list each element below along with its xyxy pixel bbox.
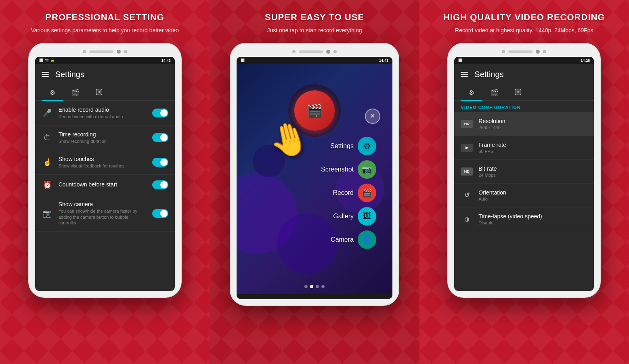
mic-icon: 🎤 xyxy=(42,109,53,117)
video-config-label: VIDEO CONFIGURATION xyxy=(454,101,594,112)
config-resolution[interactable]: HD Resolution 2560x1440 xyxy=(454,112,594,136)
hamburger-line xyxy=(42,74,49,75)
hamburger-line-r xyxy=(461,72,468,73)
orientation-title: Orientation xyxy=(478,189,587,196)
hd-icon-resolution: HD xyxy=(461,120,473,128)
gear-icon: ⚙ xyxy=(50,89,55,96)
screenshot-circle: 📷 xyxy=(358,160,376,179)
panel-center: SUPER EASY TO USE Just one tap to start … xyxy=(210,0,419,364)
phone-dot-c2 xyxy=(333,50,337,53)
hamburger-left[interactable] xyxy=(42,72,49,77)
orientation-value: Auto xyxy=(478,197,587,201)
status-vid-icon: ⬜ xyxy=(241,59,245,62)
record-label: Record xyxy=(333,189,354,197)
config-timelapse[interactable]: ◑ Time-lapse (video speed) Disable xyxy=(454,207,594,231)
phone-speaker-c xyxy=(299,50,323,53)
tab-general-r[interactable]: ⚙ xyxy=(461,85,482,100)
countdown-content: Countdown before start xyxy=(59,181,147,188)
recording-screen: ⬜ 14:43 🎬 🤚 xyxy=(237,57,392,299)
audio-content: Enable record audio Record video with ex… xyxy=(59,107,147,119)
screenshot-label: Screenshot xyxy=(321,166,354,173)
audio-title: Enable record audio xyxy=(59,107,147,113)
film-icon: ▶ xyxy=(461,144,473,152)
time-content: Time recording Show recording duration xyxy=(59,131,147,144)
panel-right-header: HIGH QUALITY VIDEO RECORDING Record vide… xyxy=(443,12,605,35)
time-toggle[interactable] xyxy=(152,133,168,142)
settings-header-right: Settings xyxy=(454,64,594,85)
panel-center-subtitle: Just one tap to start record everything xyxy=(265,27,364,35)
menu-item-gallery[interactable]: Gallery 🖼 xyxy=(321,207,376,226)
gear-icon-r: ⚙ xyxy=(469,89,474,96)
hamburger-line xyxy=(42,76,49,77)
settings-item-time: ⏱ Time recording Show recording duration xyxy=(35,126,175,150)
camera-icon: 📷 xyxy=(42,209,53,218)
menu-item-record[interactable]: Record 🎬 xyxy=(321,184,376,202)
hd-icon-bitrate: HD xyxy=(461,167,473,176)
settings-item-audio: 🎤 Enable record audio Record video with … xyxy=(35,101,175,126)
phone-left: ⬜ 📷 🔒 14:43 Settings ⚙ 🎬 xyxy=(28,43,182,298)
timelapse-icon: ◑ xyxy=(461,215,473,223)
config-framerate[interactable]: ▶ Frame rate 60 FPS xyxy=(454,136,594,160)
status-icons-right: ⬜ xyxy=(458,59,462,62)
floating-menu: Settings ⚙ Screenshot 📷 Record 🎬 Gallery… xyxy=(321,137,376,249)
settings-item-camera: 📷 Show camera You can show/hide the came… xyxy=(35,195,175,232)
status-time-center: 14:43 xyxy=(379,59,388,63)
phone-cam-left xyxy=(117,50,121,54)
menu-item-settings[interactable]: Settings ⚙ xyxy=(321,137,376,155)
countdown-toggle[interactable] xyxy=(152,180,168,189)
camera-circle: 👤 xyxy=(358,230,376,249)
framerate-title: Frame rate xyxy=(478,142,587,148)
gallery-icon-r: 🖼 xyxy=(515,89,521,96)
countdown-icon: ⏰ xyxy=(42,180,53,189)
phone-right: ⬜ 14:28 Settings ⚙ 🎬 xyxy=(447,43,601,298)
tab-general[interactable]: ⚙ xyxy=(42,85,63,100)
panel-right-title: HIGH QUALITY VIDEO RECORDING xyxy=(443,12,605,23)
touches-toggle[interactable] xyxy=(152,158,168,167)
tab-video[interactable]: 🎬 xyxy=(63,85,88,100)
camera-subtitle: You can show/hide the camera faster by a… xyxy=(59,208,147,226)
status-lock-icon: 🔒 xyxy=(50,59,55,62)
status-bar-left: ⬜ 📷 🔒 14:43 xyxy=(35,57,175,64)
dot-3[interactable] xyxy=(316,285,319,288)
phone-top-right xyxy=(454,50,594,54)
orientation-content: Orientation Auto xyxy=(478,189,587,201)
config-orientation[interactable]: ↺ Orientation Auto xyxy=(454,184,594,207)
close-button[interactable]: ✕ xyxy=(365,109,380,124)
touch-icon: ☝ xyxy=(42,158,53,167)
camera-toggle[interactable] xyxy=(152,209,168,218)
phone-top-left xyxy=(35,50,175,54)
audio-toggle[interactable] xyxy=(152,109,168,117)
settings-header-left: Settings xyxy=(35,64,175,85)
hamburger-right[interactable] xyxy=(461,72,468,77)
tab-video-r[interactable]: 🎬 xyxy=(482,85,507,100)
touches-content: Show touches Show visual feedback for to… xyxy=(59,156,147,169)
dot-4[interactable] xyxy=(321,285,325,288)
bitrate-content: Bit-rate 24 Mbps xyxy=(478,165,587,178)
panel-right: HIGH QUALITY VIDEO RECORDING Record vide… xyxy=(419,0,629,364)
gallery-circle: 🖼 xyxy=(358,207,376,226)
menu-item-camera[interactable]: Camera 👤 xyxy=(321,230,376,249)
record-circle: 🎬 xyxy=(358,184,376,202)
panel-center-title: SUPER EASY TO USE xyxy=(265,12,364,23)
gallery-icon: 🖼 xyxy=(96,89,102,96)
timelapse-content: Time-lapse (video speed) Disable xyxy=(478,213,587,225)
gallery-label: Gallery xyxy=(333,213,354,220)
status-app-icon: ⬜ xyxy=(39,59,43,62)
tab-gallery-r[interactable]: 🖼 xyxy=(507,85,529,100)
touches-subtitle: Show visual feedback for touches xyxy=(59,163,147,169)
config-bitrate[interactable]: HD Bit-rate 24 Mbps xyxy=(454,160,594,184)
dot-1[interactable] xyxy=(304,285,308,288)
status-icons-left: ⬜ 📷 🔒 xyxy=(39,59,55,62)
rotation-icon: ↺ xyxy=(461,191,473,199)
bitrate-title: Bit-rate xyxy=(478,165,587,172)
menu-item-screenshot[interactable]: Screenshot 📷 xyxy=(321,160,376,179)
tab-gallery[interactable]: 🖼 xyxy=(88,85,110,100)
dot-2[interactable] xyxy=(310,285,313,288)
status-icons-center: ⬜ xyxy=(241,59,245,62)
phone-top-center xyxy=(237,50,392,54)
status-cam-icon: 📷 xyxy=(45,59,49,62)
audio-subtitle: Record video with external audio xyxy=(59,114,147,119)
status-time-left: 14:43 xyxy=(161,59,171,63)
hamburger-line xyxy=(42,72,49,73)
hamburger-line-r xyxy=(461,76,468,77)
